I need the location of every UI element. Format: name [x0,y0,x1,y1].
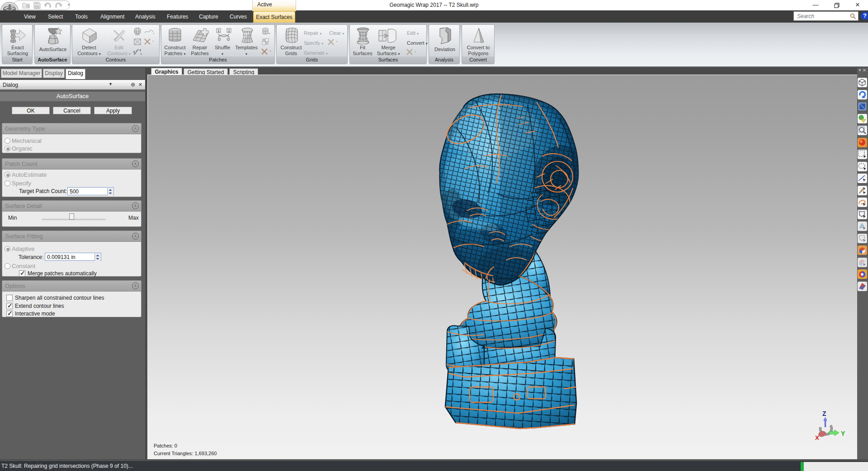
svg-text:X: X [815,434,819,441]
svg-text:Z: Z [822,410,826,417]
svg-text:Y: Y [841,430,845,437]
svg-text:1: 1 [228,28,230,33]
svg-text:1: 1 [217,28,220,33]
